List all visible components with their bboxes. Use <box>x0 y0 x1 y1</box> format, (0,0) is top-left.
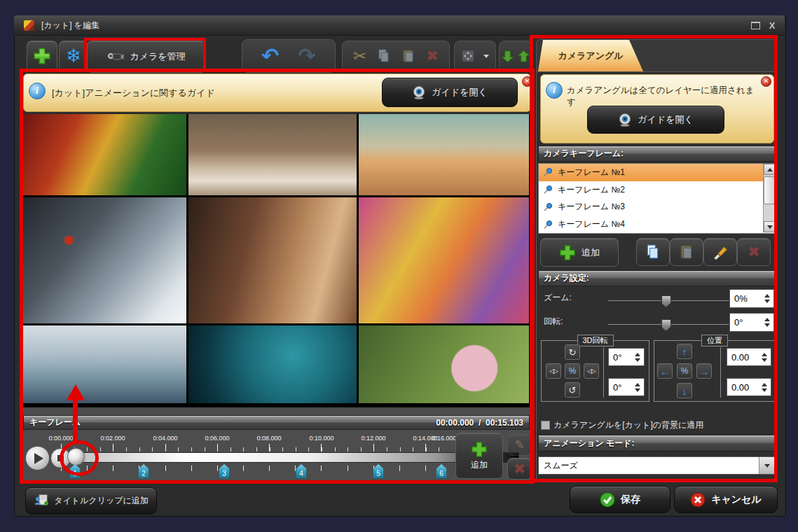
pushpin-icon <box>543 185 553 195</box>
keyframe-marker[interactable]: 2 <box>139 464 149 478</box>
open-guide-label: ガイドを開く <box>432 86 488 99</box>
timeline-delete-keyframe-button[interactable]: ✖ <box>507 458 532 479</box>
position-y-spinner[interactable]: 0.00 <box>727 378 771 396</box>
spin-up-icon[interactable] <box>635 353 640 356</box>
rotation-3d-value1-spinner[interactable]: 0° <box>608 348 645 366</box>
photo-underwater-hair <box>188 326 357 403</box>
restore-icon <box>751 22 760 29</box>
flip-left-icon[interactable]: ◁▷ <box>546 363 561 379</box>
position-x-spinner[interactable]: 0.00 <box>727 348 771 366</box>
spin-down-icon[interactable] <box>762 388 767 392</box>
restore-window-button[interactable] <box>748 20 762 31</box>
keyframe-list-item[interactable]: キーフレーム №4 <box>539 216 775 233</box>
spin-up-icon[interactable] <box>762 383 767 386</box>
rotate-x-icon[interactable]: ↺ <box>565 382 580 398</box>
webcam-icon <box>412 86 426 99</box>
scrollbar-thumb[interactable] <box>764 176 775 204</box>
move-up-icon[interactable]: ↑ <box>677 344 692 359</box>
scroll-up-icon[interactable] <box>764 164 776 175</box>
spin-down-icon[interactable] <box>762 358 767 362</box>
zoom-value-spinner[interactable]: 0% <box>729 289 774 308</box>
move-resize-icon[interactable] <box>461 49 475 63</box>
rotation-value: 0° <box>734 317 743 328</box>
keyframe-marker[interactable]: 3 <box>219 464 230 478</box>
timeline-add-label: 追加 <box>471 459 488 471</box>
spin-up-icon[interactable] <box>764 294 770 298</box>
dropdown-button[interactable] <box>759 457 775 474</box>
move-down-icon[interactable]: ↓ <box>677 383 692 398</box>
manage-camera-label: カメラを管理 <box>130 50 185 63</box>
spin-up-icon[interactable] <box>635 383 640 386</box>
reset-3d-icon[interactable]: % <box>565 363 580 379</box>
timeline-track[interactable] <box>58 452 519 463</box>
paste-icon[interactable] <box>401 49 415 63</box>
zoom-value: 0% <box>734 293 748 304</box>
cut-icon[interactable]: ✂ <box>353 47 366 66</box>
spin-down-icon[interactable] <box>764 300 770 303</box>
keyframe-label: キーフレーム №2 <box>558 184 625 196</box>
timeline-add-keyframe-button[interactable]: 追加 <box>455 433 503 479</box>
spin-up-icon[interactable] <box>762 353 767 356</box>
scroll-down-icon[interactable] <box>764 221 776 232</box>
timeline-edit-keyframe-button[interactable]: ✎ <box>507 434 532 456</box>
keyframe-marker[interactable]: 6 <box>436 464 447 478</box>
freeze-frame-button[interactable]: ❄ <box>59 41 88 71</box>
spin-down-icon[interactable] <box>764 323 770 327</box>
cancel-button[interactable]: キャンセル <box>674 486 778 513</box>
apply-background-checkbox[interactable] <box>541 421 550 430</box>
undo-icon[interactable]: ↶ <box>261 46 279 66</box>
zoom-slider[interactable] <box>608 300 729 301</box>
keyframe-marker[interactable]: 1 <box>70 464 81 478</box>
guide-banner-text: [カット]アニメーションに関するガイド <box>52 87 215 99</box>
close-window-button[interactable]: X <box>765 19 779 31</box>
move-up-icon[interactable] <box>518 50 530 63</box>
keyframe-list-item[interactable]: キーフレーム №1 <box>539 164 775 181</box>
title-clip-icon <box>34 494 49 508</box>
tab-camera-angle[interactable]: カメラアングル <box>538 40 643 71</box>
chevron-down-icon[interactable] <box>483 55 489 58</box>
rotation-3d-value2-spinner[interactable]: 0° <box>608 378 645 396</box>
position-y-value: 0.00 <box>731 382 749 393</box>
rotate-y-icon[interactable]: ↻ <box>565 344 580 360</box>
keyframe-marker[interactable]: 4 <box>296 464 307 478</box>
open-guide-button[interactable]: ガイドを開く <box>382 78 518 107</box>
move-right-icon[interactable]: → <box>696 363 712 379</box>
reset-brush-button[interactable] <box>703 238 737 266</box>
ruler-label: 0:06.000 <box>205 435 229 442</box>
layout-group <box>454 41 496 71</box>
keyframe-marker[interactable]: 5 <box>373 464 384 478</box>
add-to-title-clip-button[interactable]: タイトルクリップに追加 <box>25 487 157 514</box>
manage-camera-button[interactable]: カメラを管理 <box>87 41 206 73</box>
animation-mode-select[interactable]: スムーズ <box>538 456 776 475</box>
camera-settings-header: カメラ設定: <box>538 270 776 286</box>
playhead-handle[interactable] <box>67 448 85 465</box>
rotation-label: 回転: <box>544 316 563 328</box>
panel-open-guide-button[interactable]: ガイドを開く <box>587 106 724 134</box>
copy-icon[interactable] <box>377 49 391 63</box>
copy-keyframe-button[interactable] <box>636 238 670 266</box>
delete-icon[interactable]: ✖ <box>426 48 439 64</box>
panel-open-guide-label: ガイドを開く <box>638 113 694 126</box>
move-down-icon[interactable] <box>502 50 514 63</box>
add-object-button[interactable] <box>27 41 57 71</box>
keyframe-list-item[interactable]: キーフレーム №3 <box>539 199 775 216</box>
flip-right-icon[interactable]: ◁▷ <box>584 363 599 379</box>
move-left-icon[interactable]: ← <box>657 363 673 379</box>
cancel-label: キャンセル <box>711 493 762 506</box>
paste-keyframe-button[interactable] <box>670 238 703 266</box>
close-panel-banner-icon[interactable]: ✕ <box>761 76 771 87</box>
apply-background-label: カメラアングルを[カット]の背景に適用 <box>553 419 703 431</box>
delete-keyframe-button[interactable]: ✖ <box>737 238 771 266</box>
spin-up-icon[interactable] <box>764 318 770 321</box>
spin-down-icon[interactable] <box>635 358 640 362</box>
save-button[interactable]: 保存 <box>570 486 670 513</box>
spin-down-icon[interactable] <box>635 388 640 392</box>
ruler-label: 0:16.000 <box>432 435 456 442</box>
reset-position-icon[interactable]: % <box>677 363 692 379</box>
keyframe-list-item[interactable]: キーフレーム №2 <box>539 181 775 199</box>
redo-icon[interactable]: ↷ <box>298 46 316 66</box>
close-banner-icon[interactable]: ✕ <box>522 76 532 87</box>
rotation-slider[interactable] <box>608 324 729 325</box>
add-keyframe-button[interactable]: 追加 <box>540 238 619 267</box>
rotation-value-spinner[interactable]: 0° <box>729 313 774 332</box>
